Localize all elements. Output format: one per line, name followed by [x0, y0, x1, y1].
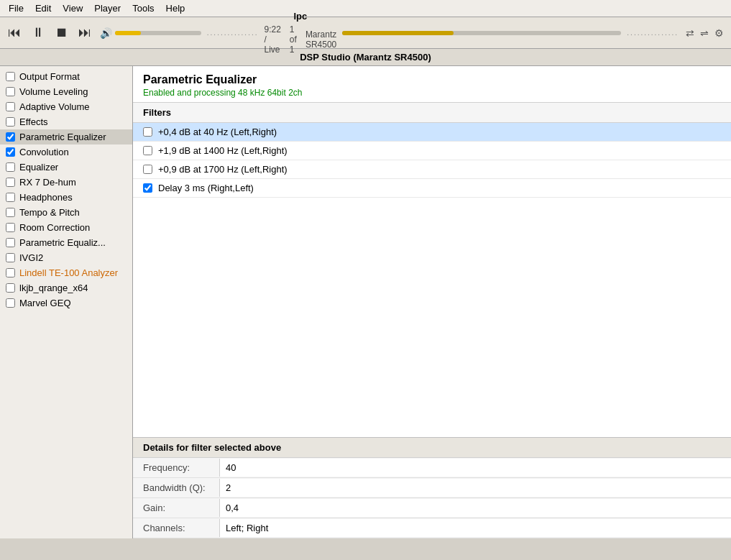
detail-value-gain[interactable]: [219, 499, 731, 517]
filter-item-f2[interactable]: +1,9 dB at 1400 Hz (Left,Right): [133, 142, 731, 160]
track-title: lpc: [293, 11, 307, 22]
details-header: Details for filter selected above: [133, 438, 731, 458]
sidebar: Output FormatVolume LevelingAdaptive Vol…: [0, 66, 133, 538]
detail-row-bandwidth: Bandwidth (Q):: [133, 478, 731, 498]
sidebar-checkbox-adaptive-volume[interactable]: [6, 102, 15, 111]
seek-bar[interactable]: [342, 31, 621, 35]
filter-checkbox-f1[interactable]: [143, 127, 152, 137]
repeat-button[interactable]: ⇄: [684, 26, 696, 40]
menu-player[interactable]: Player: [88, 1, 127, 15]
detail-value-channels[interactable]: [219, 519, 731, 537]
right-controls: ⇄ ⇌ ⚙: [684, 26, 725, 40]
sidebar-checkbox-lindell-te100[interactable]: [6, 268, 15, 277]
sidebar-item-lindell-te100[interactable]: Lindell TE-100 Analyzer: [0, 265, 132, 280]
sidebar-item-marvel-geq[interactable]: Marvel GEQ: [0, 295, 132, 311]
sidebar-checkbox-parametric-equalizer[interactable]: [6, 132, 15, 142]
detail-label-bandwidth: Bandwidth (Q):: [133, 478, 219, 497]
sidebar-label-lkjb-qrange: lkjb_qrange_x64: [19, 283, 88, 293]
volume-area: 🔊: [100, 27, 201, 39]
seek-fill: [342, 31, 454, 35]
filters-section: Filters +0,4 dB at 40 Hz (Left,Right)+1,…: [133, 103, 731, 437]
sidebar-item-rx7-dehum[interactable]: RX 7 De-hum: [0, 175, 132, 190]
detail-value-bandwidth[interactable]: [219, 479, 731, 497]
sidebar-item-tempo-pitch[interactable]: Tempo & Pitch: [0, 205, 132, 220]
sidebar-checkbox-convolution[interactable]: [6, 147, 15, 157]
sidebar-checkbox-volume-leveling[interactable]: [6, 87, 15, 96]
sidebar-label-convolution: Convolution: [19, 147, 69, 157]
sidebar-label-effects: Effects: [19, 116, 48, 127]
sidebar-checkbox-lkjb-qrange[interactable]: [6, 283, 15, 293]
menu-tools[interactable]: Tools: [127, 1, 160, 15]
sidebar-item-lkjb-qrange[interactable]: lkjb_qrange_x64: [0, 280, 132, 295]
filter-item-f3[interactable]: +0,9 dB at 1700 Hz (Left,Right): [133, 160, 731, 179]
sidebar-checkbox-rx7-dehum[interactable]: [6, 178, 15, 187]
sidebar-label-equalizer: Equalizer: [19, 162, 58, 173]
filter-checkbox-f2[interactable]: [143, 146, 152, 155]
sidebar-item-parametric-equaliz2[interactable]: Parametric Equaliz...: [0, 235, 132, 250]
skip-back-button[interactable]: ⏮: [6, 23, 24, 43]
filter-checkbox-f4[interactable]: [143, 183, 152, 193]
settings-button[interactable]: ⚙: [713, 26, 725, 40]
sidebar-label-rx7-dehum: RX 7 De-hum: [19, 177, 76, 188]
sidebar-item-effects[interactable]: Effects: [0, 114, 132, 129]
content-subtitle: Enabled and processing 48 kHz 64bit 2ch: [143, 88, 721, 98]
volume-icon: 🔊: [100, 27, 112, 39]
track-position: 1 of 1: [290, 24, 297, 55]
track-device: Marantz SR4500: [305, 29, 336, 50]
filters-list: +0,4 dB at 40 Hz (Left,Right)+1,9 dB at …: [133, 123, 731, 437]
sidebar-checkbox-headphones[interactable]: [6, 193, 15, 202]
sidebar-item-output-format[interactable]: Output Format: [0, 69, 132, 84]
sidebar-checkbox-equalizer[interactable]: [6, 162, 15, 172]
sidebar-checkbox-parametric-equaliz2[interactable]: [6, 238, 15, 247]
sidebar-label-ivgi2: IVGI2: [19, 252, 43, 263]
sidebar-item-convolution[interactable]: Convolution: [0, 144, 132, 160]
detail-label-channels: Channels:: [133, 518, 219, 538]
details-rows: Frequency:Bandwidth (Q):Gain:Channels:: [133, 458, 731, 538]
detail-value-frequency[interactable]: [219, 459, 731, 477]
sidebar-label-volume-leveling: Volume Leveling: [19, 86, 88, 97]
menu-help[interactable]: Help: [160, 1, 191, 15]
menu-edit[interactable]: Edit: [29, 1, 57, 15]
sidebar-item-adaptive-volume[interactable]: Adaptive Volume: [0, 99, 132, 114]
content-area: Parametric Equalizer Enabled and process…: [133, 66, 731, 538]
sidebar-item-ivgi2[interactable]: IVGI2: [0, 250, 132, 265]
sidebar-checkbox-output-format[interactable]: [6, 72, 15, 81]
sidebar-label-tempo-pitch: Tempo & Pitch: [19, 207, 80, 218]
pause-button[interactable]: ⏸: [29, 23, 47, 43]
filter-item-f4[interactable]: Delay 3 ms (Right,Left): [133, 179, 731, 198]
sidebar-checkbox-effects[interactable]: [6, 117, 15, 127]
sidebar-item-parametric-equalizer[interactable]: Parametric Equalizer: [0, 129, 132, 144]
shuffle-button[interactable]: ⇌: [699, 26, 710, 40]
sidebar-checkbox-room-correction[interactable]: [6, 223, 15, 232]
details-section: Details for filter selected above Freque…: [133, 437, 731, 538]
sidebar-label-room-correction: Room Correction: [19, 222, 90, 233]
detail-row-gain: Gain:: [133, 498, 731, 518]
menu-file[interactable]: File: [3, 1, 29, 15]
sidebar-item-equalizer[interactable]: Equalizer: [0, 160, 132, 175]
volume-bar[interactable]: [115, 31, 201, 35]
detail-label-gain: Gain:: [133, 498, 219, 518]
main-layout: Output FormatVolume LevelingAdaptive Vol…: [0, 66, 731, 538]
filter-item-f1[interactable]: +0,4 dB at 40 Hz (Left,Right): [133, 123, 731, 142]
menu-view[interactable]: View: [57, 1, 88, 15]
sidebar-item-room-correction[interactable]: Room Correction: [0, 220, 132, 235]
sidebar-checkbox-marvel-geq[interactable]: [6, 298, 15, 308]
filter-label-f1: +0,4 dB at 40 Hz (Left,Right): [158, 127, 277, 137]
sidebar-checkbox-ivgi2[interactable]: [6, 253, 15, 262]
sidebar-label-adaptive-volume: Adaptive Volume: [19, 101, 90, 112]
sidebar-label-marvel-geq: Marvel GEQ: [19, 298, 71, 308]
stop-button[interactable]: ⏹: [52, 23, 70, 43]
track-time: 9:22 / Live: [265, 24, 281, 55]
dsp-title-bar: DSP Studio (Marantz SR4500): [0, 49, 731, 66]
sidebar-item-headphones[interactable]: Headphones: [0, 190, 132, 205]
skip-forward-button[interactable]: ⏭: [76, 23, 94, 43]
filter-checkbox-f3[interactable]: [143, 165, 152, 174]
sidebar-item-volume-leveling[interactable]: Volume Leveling: [0, 84, 132, 99]
menu-bar: File Edit View Player Tools Help: [0, 0, 731, 17]
detail-row-channels: Channels:: [133, 518, 731, 538]
detail-label-frequency: Frequency:: [133, 458, 219, 477]
content-header: Parametric Equalizer Enabled and process…: [133, 66, 731, 103]
sidebar-label-headphones: Headphones: [19, 192, 73, 203]
sidebar-label-output-format: Output Format: [19, 71, 80, 82]
sidebar-checkbox-tempo-pitch[interactable]: [6, 208, 15, 217]
